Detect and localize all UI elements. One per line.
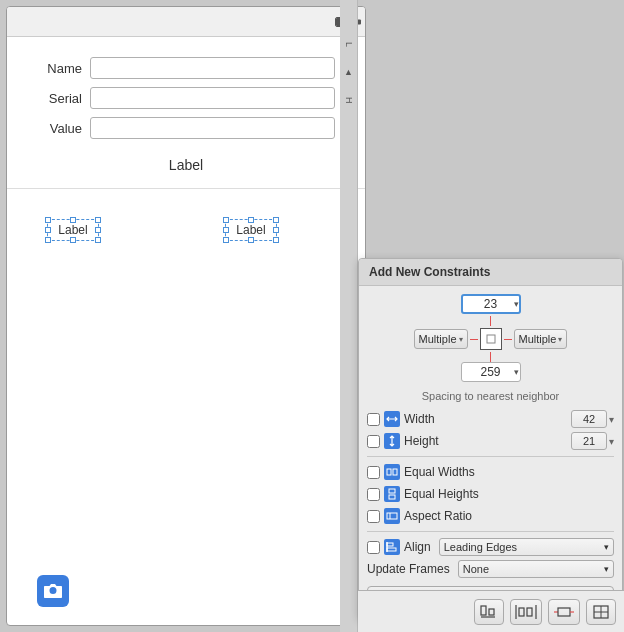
bottom-value-wrapper[interactable] [461,362,521,382]
serial-row: Serial [37,87,335,109]
update-frames-dropdown[interactable]: None ▾ [458,560,614,578]
top-v-connector [490,316,491,326]
width-icon [384,411,400,427]
width-checkbox[interactable] [367,413,380,426]
equal-widths-icon [384,464,400,480]
align-dropdown-arrow: ▾ [604,542,609,552]
align-row: Align Leading Edges ▾ [367,536,614,558]
label-widget-right[interactable]: Label [225,219,277,241]
left-dropdown[interactable]: Multiple ▾ [414,329,468,349]
width-row: Width 42 ▾ [367,408,614,430]
right-h-connector [504,339,512,340]
align-checkbox[interactable] [367,541,380,554]
sidebar-btn-h[interactable]: H [342,95,356,106]
value-label: Value [37,121,82,136]
top-spacing-input[interactable] [461,294,521,314]
height-value[interactable]: 21 [571,432,607,450]
align-value-dropdown[interactable]: Leading Edges ▾ [439,538,614,556]
spacing-label: Spacing to nearest neighbor [367,390,614,402]
height-checkbox[interactable] [367,435,380,448]
serial-input[interactable] [90,87,335,109]
equal-widths-checkbox[interactable] [367,466,380,479]
center-element [480,328,502,350]
label-widget-left[interactable]: Label [47,219,99,241]
bottom-toolbar [358,590,624,632]
aspect-ratio-checkbox[interactable] [367,510,380,523]
top-input-row [461,294,521,314]
distribute-icon [515,604,537,620]
aspect-ratio-label: Aspect Ratio [404,509,614,523]
toolbar-align-btn[interactable] [474,599,504,625]
update-frames-value: None [463,563,489,575]
constraints-header: Add New Constraints [359,259,622,286]
align-label: Align [404,540,431,554]
bottom-input-row [461,362,521,382]
align-bottom-icon [480,604,498,620]
divider-2 [367,531,614,532]
svg-rect-4 [389,495,395,499]
aspect-ratio-icon [384,508,400,524]
mid-row: Multiple ▾ Multiple ▾ [414,328,568,350]
resolve-icon [592,604,610,620]
align-value-text: Leading Edges [444,541,517,553]
ib-canvas: Name Serial Value Label Label Label [6,6,366,626]
toolbar-distribute-btn[interactable] [510,599,542,625]
name-input[interactable] [90,57,335,79]
svg-rect-0 [487,335,495,343]
width-value[interactable]: 42 [571,410,607,428]
update-frames-label: Update Frames [367,562,450,576]
toolbar-pin-btn[interactable] [548,599,580,625]
svg-rect-14 [519,608,524,616]
sidebar-strip: L ▲ H [340,0,358,632]
label-widget-left-text: Label [58,223,87,237]
equal-heights-icon [384,486,400,502]
svg-rect-2 [393,469,397,475]
name-label: Name [37,61,82,76]
align-icon [384,539,400,555]
svg-rect-7 [387,543,393,546]
svg-rect-8 [387,548,396,551]
width-label: Width [404,412,567,426]
label-text: Label [37,147,335,178]
height-row: Height 21 ▾ [367,430,614,452]
left-dropdown-label: Multiple [419,333,457,345]
form-area: Name Serial Value Label [7,37,365,189]
sidebar-btn-l[interactable]: L [342,40,356,49]
left-h-connector [470,339,478,340]
top-value-wrapper[interactable] [461,294,521,314]
pin-icon [553,604,575,620]
right-dropdown[interactable]: Multiple ▾ [514,329,568,349]
spacing-diagram: Multiple ▾ Multiple ▾ [367,294,614,384]
label-widget-right-text: Label [236,223,265,237]
right-dropdown-arrow: ▾ [558,335,562,344]
name-row: Name [37,57,335,79]
value-input[interactable] [90,117,335,139]
equal-heights-checkbox[interactable] [367,488,380,501]
height-dropdown-arrow[interactable]: ▾ [609,436,614,447]
equal-widths-label: Equal Widths [404,465,614,479]
height-value-wrapper: 21 ▾ [571,432,614,450]
device-top-bar [7,7,365,37]
toolbar-resolve-btn[interactable] [586,599,616,625]
bottom-spacing-input[interactable] [461,362,521,382]
width-value-wrapper: 42 ▾ [571,410,614,428]
serial-label: Serial [37,91,82,106]
svg-rect-5 [387,513,397,519]
svg-rect-18 [558,608,570,616]
sidebar-btn-arrow[interactable]: ▲ [342,65,356,79]
svg-rect-3 [389,489,395,493]
equal-widths-row: Equal Widths [367,461,614,483]
camera-icon [43,583,63,599]
svg-rect-1 [387,469,391,475]
update-frames-arrow: ▾ [604,564,609,574]
equal-heights-row: Equal Heights [367,483,614,505]
divider-1 [367,456,614,457]
canvas-area: Label Label [7,189,365,529]
width-dropdown-arrow[interactable]: ▾ [609,414,614,425]
svg-rect-10 [481,606,486,615]
aspect-ratio-row: Aspect Ratio [367,505,614,527]
equal-heights-label: Equal Heights [404,487,614,501]
height-icon [384,433,400,449]
camera-button[interactable] [37,575,69,607]
left-dropdown-arrow: ▾ [459,335,463,344]
